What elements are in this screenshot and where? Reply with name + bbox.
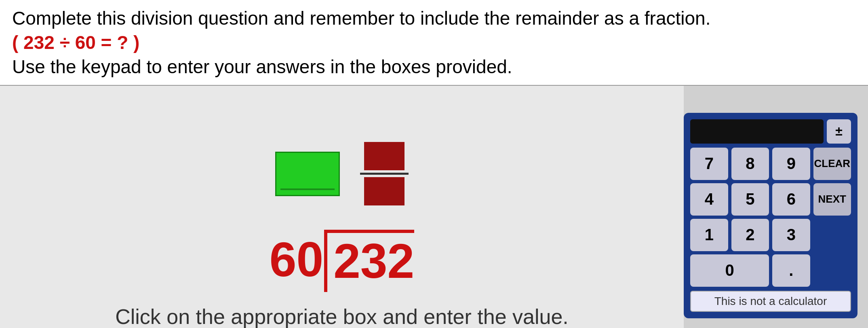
keypad-panel: ± 7 8 9 CLEAR 4 5 6 NEXT 1 2 3 0 . This … <box>684 113 857 318</box>
key-3[interactable]: 3 <box>772 219 810 251</box>
key-dot[interactable]: . <box>772 254 810 287</box>
divisor-label: 60 <box>270 231 323 287</box>
instruction-line1: Complete this division question and reme… <box>12 7 856 29</box>
division-bracket: 232 <box>327 230 414 289</box>
keypad-display-row: ± <box>690 119 851 144</box>
equation-line: ( 232 ÷ 60 = ? ) <box>12 32 856 53</box>
remainder-numerator-box[interactable] <box>364 142 405 170</box>
fraction-line <box>360 173 409 175</box>
division-problem: 60 232 <box>270 230 415 289</box>
main-area: 60 232 Click on the appropriate box and … <box>0 86 868 328</box>
instruction-line3: Use the keypad to enter your answers in … <box>12 56 856 78</box>
bottom-instruction: Click on the appropriate box and enter t… <box>115 305 569 328</box>
division-visual <box>275 142 409 205</box>
keypad-display <box>690 119 824 144</box>
key-8[interactable]: 8 <box>731 148 769 180</box>
remainder-fraction <box>360 142 409 205</box>
plusminus-button[interactable]: ± <box>827 119 851 144</box>
keypad-grid: 7 8 9 CLEAR 4 5 6 NEXT 1 2 3 0 . <box>690 148 851 287</box>
keypad-wrapper: ± 7 8 9 CLEAR 4 5 6 NEXT 1 2 3 0 . This … <box>684 86 868 328</box>
key-1[interactable]: 1 <box>690 219 728 251</box>
key-0[interactable]: 0 <box>690 254 769 287</box>
remainder-denominator-box[interactable] <box>364 177 405 205</box>
key-2[interactable]: 2 <box>731 219 769 251</box>
quotient-answer-box[interactable] <box>275 152 340 196</box>
clear-button[interactable]: CLEAR <box>813 148 851 180</box>
key-6[interactable]: 6 <box>772 183 810 216</box>
key-9[interactable]: 9 <box>772 148 810 180</box>
not-calculator-label: This is not a calculator <box>690 291 851 312</box>
header: Complete this division question and reme… <box>0 0 868 86</box>
content-area: 60 232 Click on the appropriate box and … <box>0 86 684 328</box>
key-4[interactable]: 4 <box>690 183 728 216</box>
dividend-label: 232 <box>327 230 414 289</box>
key-7[interactable]: 7 <box>690 148 728 180</box>
key-5[interactable]: 5 <box>731 183 769 216</box>
next-button[interactable]: NEXT <box>813 183 851 216</box>
